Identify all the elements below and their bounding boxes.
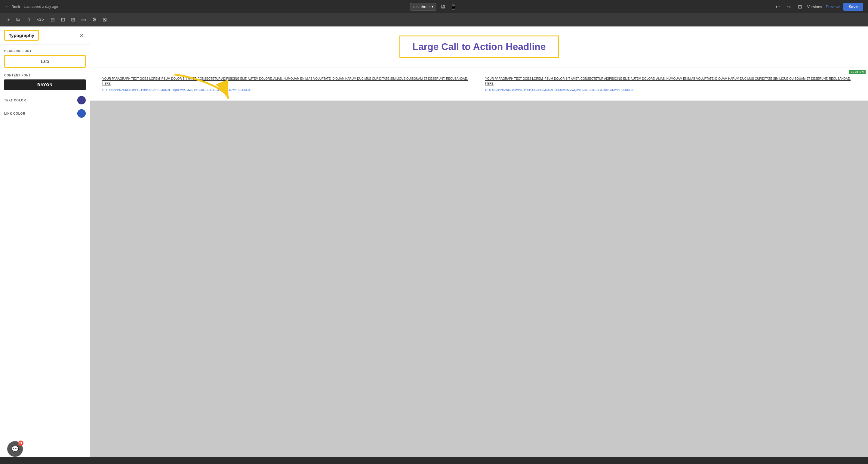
pages-button[interactable]: 🗋 — [24, 15, 33, 25]
headline-font-wrapper — [4, 55, 86, 68]
top-nav-left: ← Back Last saved a day ago — [5, 4, 769, 9]
bottom-bar — [0, 457, 868, 464]
media-button[interactable]: ⊞ — [69, 15, 78, 25]
canvas-area: Large Call to Action Headline SECTION — [90, 27, 868, 464]
preview-button[interactable]: Preview — [826, 4, 839, 9]
link-color-swatch[interactable] — [77, 109, 86, 118]
paragraph-left: YOUR PARAGRAPH TEXT GOES LOREM IPSUM DOL… — [102, 77, 473, 86]
layers-button[interactable]: ⧉ — [14, 15, 22, 25]
typography-panel: Typography ✕ HEADLINE FONT CONTENT FONT … — [0, 27, 90, 464]
content-font-label: CONTENT FONT — [4, 74, 86, 77]
page-canvas: Large Call to Action Headline SECTION — [90, 27, 868, 464]
project-name-label: test three — [413, 4, 430, 9]
chat-icon: 💬 — [11, 445, 19, 453]
text-color-label: TEXT COLOR — [4, 99, 26, 102]
content-section: SECTION YOUR PARAGRAPH TEXT GOES LOREM I… — [90, 67, 868, 101]
back-label: Back — [11, 4, 20, 9]
headline-font-label: HEADLINE FONT — [4, 49, 86, 53]
top-nav-center: test three ▾ 🖥 📱 — [410, 2, 458, 11]
redo-button[interactable]: ↪ — [785, 3, 793, 11]
url-left: HTTPS://APP.MARKETSIMPLE.PRO/LOCATION/KD… — [102, 88, 473, 91]
close-panel-button[interactable]: ✕ — [78, 32, 86, 39]
chat-badge: 21 — [18, 440, 24, 446]
headline-text: Large Call to Action Headline — [412, 41, 546, 52]
link-color-label: LINK COLOR — [4, 112, 25, 115]
content-font-button[interactable]: BAYON — [4, 80, 86, 90]
top-nav-right: ↩ ↪ ⊞ Versions Preview Save — [774, 3, 864, 11]
components-button[interactable]: ⊡ — [58, 15, 67, 25]
panel-title: Typography — [4, 30, 39, 40]
back-button[interactable]: ← Back — [5, 4, 20, 9]
save-button[interactable]: Save — [843, 3, 863, 11]
text-color-row: TEXT COLOR — [4, 96, 86, 105]
content-column-right: YOUR PARAGRAPH TEXT GOES LOREM IPSUM DOL… — [485, 77, 856, 91]
more-options-button[interactable]: ⊞ — [796, 3, 804, 11]
section-badge: SECTION — [849, 70, 866, 74]
chevron-down-icon: ▾ — [432, 5, 433, 8]
desktop-view-button[interactable]: 🖥 — [439, 2, 446, 11]
mobile-view-button[interactable]: 📱 — [449, 2, 458, 11]
panel-content: HEADLINE FONT CONTENT FONT BAYON TEXT CO… — [0, 45, 90, 127]
paragraph-right: YOUR PARAGRAPH TEXT GOES LOREM IPSUM DOL… — [485, 77, 856, 86]
main-layout: Typography ✕ HEADLINE FONT CONTENT FONT … — [0, 27, 868, 464]
content-column-left: YOUR PARAGRAPH TEXT GOES LOREM IPSUM DOL… — [102, 77, 473, 91]
headline-font-input[interactable] — [5, 56, 85, 67]
url-right: HTTPS://APP.MARKETSIMPLE.PRO/LOCATION/KD… — [485, 88, 856, 91]
panel-header: Typography ✕ — [0, 27, 90, 45]
headline-section: Large Call to Action Headline — [90, 27, 868, 67]
chat-widget[interactable]: 💬 21 — [7, 441, 23, 457]
undo-button[interactable]: ↩ — [774, 3, 781, 11]
templates-button[interactable]: ⊟ — [48, 15, 57, 25]
top-nav: ← Back Last saved a day ago test three ▾… — [0, 0, 868, 13]
link-color-row: LINK COLOR — [4, 109, 86, 118]
extra-button[interactable]: ⊠ — [100, 15, 109, 25]
last-saved-text: Last saved a day ago — [24, 4, 58, 9]
back-arrow-icon: ← — [5, 4, 10, 9]
versions-button[interactable]: Versions — [807, 4, 822, 9]
project-name-dropdown[interactable]: test three ▾ — [410, 3, 436, 10]
text-color-swatch[interactable] — [77, 96, 86, 105]
code-button[interactable]: </> — [35, 15, 47, 25]
toolbar: + ⧉ 🗋 </> ⊟ ⊡ ⊞ ▭ ⚙ ⊠ — [0, 13, 868, 27]
settings-button[interactable]: ⚙ — [90, 15, 99, 25]
add-element-button[interactable]: + — [5, 15, 12, 25]
headline-box: Large Call to Action Headline — [399, 35, 559, 58]
layout-button[interactable]: ▭ — [79, 15, 88, 25]
